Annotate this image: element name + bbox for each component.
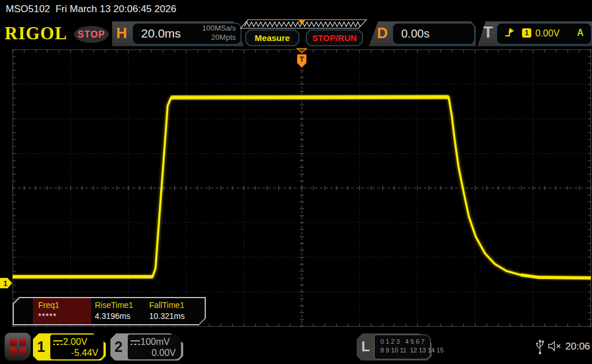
channel-1-widget[interactable]: 2.00V -5.44V 1 xyxy=(33,333,106,361)
logic-values: 0 1 2 3 4 5 6 7 8 9 10 11 12 13 14 15 xyxy=(374,335,431,359)
logic-channels-row2: 8 9 10 11 12 13 14 15 xyxy=(380,347,443,354)
dc-coupling-icon xyxy=(53,340,63,346)
svg-text:1: 1 xyxy=(3,280,8,288)
measurement-panel-body: Freq1 ***** RiseTime1 4.3196ms FallTime1… xyxy=(14,298,205,324)
channel-2-values: 100mV 0.00V xyxy=(128,335,181,359)
channel-1-number: 1 xyxy=(37,339,45,355)
usb-icon xyxy=(535,339,545,355)
channel-1-values: 2.00V -5.44V xyxy=(50,335,103,359)
measurement-value: ***** xyxy=(38,311,57,321)
logic-label: L xyxy=(361,339,370,355)
clock: 20:06 xyxy=(565,341,590,352)
measurement-value: 10.321ms xyxy=(149,311,184,321)
measurement-label: Freq1 xyxy=(38,300,60,310)
menu-button[interactable] xyxy=(5,333,31,361)
channel-2-widget[interactable]: 100mV 0.00V 2 xyxy=(110,333,183,361)
channel-1-offset: -5.44V xyxy=(71,348,98,358)
measurement-value: 4.3196ms xyxy=(95,311,130,321)
channel-1-scale: 2.00V xyxy=(63,337,87,347)
logic-channels-widget[interactable]: 0 1 2 3 4 5 6 7 8 9 10 11 12 13 14 15 L xyxy=(357,333,432,361)
channel-1-level-marker[interactable]: 1 xyxy=(0,278,12,288)
channel-2-scale: 100mV xyxy=(140,337,170,347)
measurement-label: FallTime1 xyxy=(149,300,184,310)
measurement-panel[interactable]: Freq1 ***** RiseTime1 4.3196ms FallTime1… xyxy=(13,297,206,325)
menu-grid-icon xyxy=(10,339,25,354)
channel-2-number: 2 xyxy=(114,339,123,355)
svg-text:T: T xyxy=(299,55,304,64)
channel-2-offset: 0.00V xyxy=(151,348,176,358)
logic-channels-row1: 0 1 2 3 4 5 6 7 xyxy=(380,338,424,345)
dc-coupling-icon xyxy=(130,340,140,346)
measurement-label: RiseTime1 xyxy=(95,300,133,310)
speaker-muted-icon xyxy=(548,341,563,351)
